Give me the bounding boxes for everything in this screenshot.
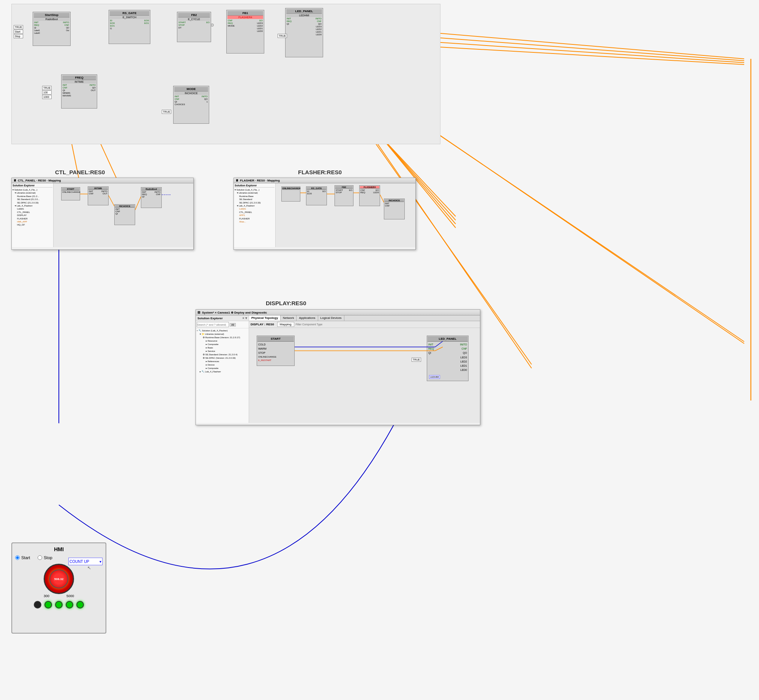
hmi-led-3 — [66, 601, 73, 609]
solution-item: Solution (Lab_4_Flasher) — [202, 329, 227, 333]
svg-line-34 — [380, 195, 384, 202]
hmi-title: HMI — [15, 546, 103, 552]
cursor-icon: ↖ — [87, 565, 91, 571]
hmi-scale-max: 5000 — [66, 594, 74, 598]
hmi-led-2 — [55, 601, 63, 609]
fb-led-panel-title: LED_PANEL — [286, 9, 322, 14]
tab-network[interactable]: Network — [281, 315, 297, 321]
fb-freq-title: FREQ — [62, 76, 96, 80]
display-panel-title-text: System* × Canvas1 ⊕ Deploy and Diagnosti… — [202, 311, 267, 314]
fb-startstop-title: StartStop — [34, 13, 69, 17]
hmi-dropdown-value: COUNT UP — [69, 560, 89, 564]
tab-physical-topology[interactable]: Physical Topology — [249, 315, 281, 321]
display-panel-window: ⊞ System* × Canvas1 ⊕ Deploy and Diagnos… — [196, 309, 480, 425]
hmi-stop-label: Stop — [44, 555, 52, 560]
hmi-leds — [15, 601, 103, 609]
hmi-led-0 — [34, 601, 41, 609]
hmi-led-4 — [76, 601, 84, 609]
ctl-panel-title: 🖥 — [13, 179, 16, 182]
flasher-panel-titlebar: 🖥 FLASHER · RES0 · Mapping — [234, 178, 415, 183]
flasher-panel-icon: 🖥 — [235, 179, 238, 182]
fb-fb1-title: FB1 — [227, 11, 263, 16]
hmi-gauge-scale: 300 5000 — [44, 594, 74, 598]
display-search-input[interactable] — [197, 322, 229, 327]
svg-line-28 — [109, 195, 114, 206]
display-panel-titlebar: ⊞ System* × Canvas1 ⊕ Deploy and Diagnos… — [196, 310, 480, 315]
fb-rs-gate-title: RS_GATE — [110, 11, 149, 16]
flasher-panel-window: 🖥 FLASHER · RES0 · Mapping Solution Expl… — [234, 178, 416, 250]
hmi-radio-start-input[interactable] — [15, 555, 20, 560]
fb-led-panel[interactable]: LED_PANEL LEDHMI INIT REQ QI INITO CNF Q… — [285, 8, 323, 57]
hmi-radio-stop[interactable]: Stop — [38, 555, 52, 560]
fb-startstop[interactable]: StartStop RadioBool INIT REQ QI Label1 L… — [33, 12, 71, 46]
svg-line-36 — [435, 341, 443, 347]
svg-line-29 — [135, 197, 141, 210]
dropdown-arrow-icon: ▾ — [99, 560, 101, 564]
flasher-panel-title-text: FLASHER · RES0 · Mapping — [240, 179, 280, 182]
hmi-panel: HMI Start Stop COUNT UP ▾ ↖ 508.32 — [11, 542, 106, 634]
ctl-panel-window: 🖥 CTL_PANEL · RES0 · Mapping Solution Ex… — [11, 178, 194, 250]
tab-logical-devices[interactable]: Logical Devices — [318, 315, 344, 321]
top-diagram: StartStop RadioBool INIT REQ QI Label1 L… — [11, 4, 440, 144]
flasher-panel-label: FLASHER:RES0 — [298, 169, 342, 175]
main-canvas: StartStop RadioBool INIT REQ QI Label1 L… — [0, 0, 759, 700]
fb-fb1[interactable]: FB1 FLASHER4 CNF REQ MODE EO LED3 LED2 L… — [226, 10, 264, 54]
hmi-radio-row: Start Stop COUNT UP ▾ — [15, 555, 103, 560]
flasher-diagram-svg — [276, 183, 415, 247]
fb-inchoice-title: MODE — [174, 87, 208, 91]
display-filter-all[interactable]: All — [230, 323, 236, 326]
hmi-radio-start[interactable]: Start — [15, 555, 30, 560]
display-resource-label: DISPLAY : RES0 — [251, 323, 274, 326]
right-orange-rail — [750, 59, 751, 400]
hmi-led-1 — [44, 601, 52, 609]
fb-fb2-title: FB2 — [178, 13, 210, 17]
fb-fb2[interactable]: FB2 E_CYCLE START STOP DT EO — [177, 12, 211, 42]
hmi-mode-dropdown[interactable]: COUNT UP ▾ — [68, 558, 103, 565]
fb-rs-gate[interactable]: RS_GATE E_SWITCH EI EO0 EO1 G EO0 EO1 — [109, 10, 150, 44]
display-panel-label: DISPLAY:RES0 — [266, 300, 306, 306]
display-tabs: Physical Topology Network Applications L… — [249, 315, 480, 321]
fb-inchoice[interactable]: MODE INCHOICE INIT CNF QI CHOICES INITO … — [173, 86, 209, 124]
hmi-start-label: Start — [21, 555, 30, 560]
ctl-panel-label: CTL_PANEL:RES0 — [55, 169, 105, 175]
display-filter-label: Filter Component Type — [296, 323, 323, 326]
hmi-gauge: 508.32 — [44, 564, 74, 594]
svg-line-38 — [435, 347, 443, 351]
display-diagram-svg — [249, 328, 480, 423]
hmi-gauge-value: 508.32 — [49, 569, 68, 588]
hmi-radio-stop-input[interactable] — [38, 555, 42, 560]
display-mapping-tab[interactable]: Mapping — [277, 322, 294, 327]
display-panel-icon: ⊞ — [197, 311, 200, 314]
tab-applications[interactable]: Applications — [297, 315, 318, 321]
ctl-diagram-svg — [54, 183, 193, 247]
hmi-scale-min: 300 — [44, 594, 49, 598]
fb-freq[interactable]: FREQ INTIME INIT CNF QI MINMS MAXMS INIT… — [61, 74, 97, 109]
ctl-panel-titlebar: 🖥 CTL_PANEL · RES0 · Mapping — [12, 178, 193, 183]
ctl-panel-title-text: CTL_PANEL · RES0 · Mapping — [18, 179, 61, 182]
